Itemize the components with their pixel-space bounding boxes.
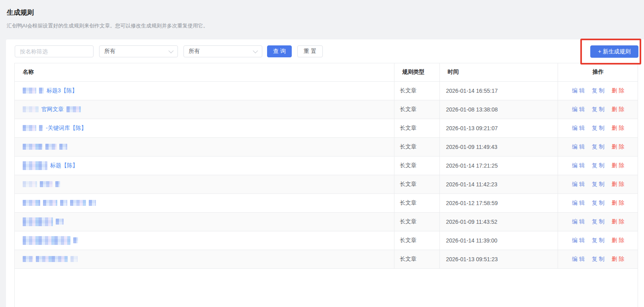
redacted-mosaic <box>23 236 70 245</box>
chevron-down-icon <box>253 48 258 53</box>
column-header-type: 规则类型 <box>394 63 439 81</box>
rule-time: 2026-01-13 09:51:23 <box>439 250 558 268</box>
copy-link[interactable]: 复 制 <box>592 237 605 243</box>
rule-name-link[interactable] <box>23 236 394 245</box>
redacted-mosaic <box>39 125 43 131</box>
rule-type: 长文章 <box>394 100 439 119</box>
delete-link[interactable]: 删 除 <box>612 162 624 168</box>
redacted-mosaic <box>40 181 53 187</box>
edit-link[interactable]: 编 辑 <box>572 143 585 150</box>
rule-type: 长文章 <box>394 194 439 212</box>
rule-name-link[interactable] <box>23 256 394 262</box>
edit-link[interactable]: 编 辑 <box>572 181 585 187</box>
table-row: 长文章 2026-01-09 11:43:52 编 辑 复 制 删 除 <box>15 212 638 231</box>
filter-select-2-value: 所有 <box>189 48 253 55</box>
rule-name-link[interactable] <box>23 144 394 150</box>
delete-link[interactable]: 删 除 <box>612 106 624 112</box>
rule-name-link[interactable]: 标题【陈】 <box>23 161 394 170</box>
edit-link[interactable]: 编 辑 <box>572 237 585 243</box>
rule-time: 2026-01-14 11:39:00 <box>439 231 558 250</box>
filter-select-1-value: 所有 <box>104 48 168 55</box>
redacted-mosaic <box>56 219 64 225</box>
edit-link[interactable]: 编 辑 <box>572 125 585 131</box>
redacted-mosaic <box>73 237 78 243</box>
redacted-mosaic <box>23 200 40 206</box>
copy-link[interactable]: 复 制 <box>592 162 605 168</box>
rule-time: 2026-01-08 13:38:08 <box>439 100 558 119</box>
copy-link[interactable]: 复 制 <box>592 199 605 206</box>
delete-link[interactable]: 删 除 <box>612 143 624 150</box>
edit-link[interactable]: 编 辑 <box>572 87 585 94</box>
rule-name-link[interactable] <box>23 181 394 187</box>
delete-link[interactable]: 删 除 <box>612 199 624 206</box>
copy-link[interactable]: 复 制 <box>592 106 605 112</box>
redacted-mosaic <box>45 144 57 150</box>
rule-type: 长文章 <box>394 231 439 250</box>
rule-time: 2026-01-14 11:42:23 <box>439 175 558 194</box>
delete-link[interactable]: 删 除 <box>612 218 624 225</box>
rule-type: 长文章 <box>394 137 439 156</box>
table-row: 长文章 2026-01-13 09:51:23 编 辑 复 制 删 除 <box>15 250 638 268</box>
rule-type: 长文章 <box>394 81 439 100</box>
rule-name-link[interactable] <box>23 200 394 206</box>
delete-link[interactable]: 删 除 <box>612 181 624 187</box>
rules-table-body: 标题3【陈】 长文章 2026-01-14 16:55:17 编 辑 复 制 删… <box>15 81 638 268</box>
delete-link[interactable]: 删 除 <box>612 125 624 131</box>
redacted-mosaic <box>23 161 47 170</box>
rule-time: 2026-01-13 09:21:07 <box>439 119 558 137</box>
edit-link[interactable]: 编 辑 <box>572 256 585 262</box>
rule-name-link[interactable]: -关键词库【陈】 <box>23 125 394 132</box>
redacted-mosaic <box>36 256 68 262</box>
edit-link[interactable]: 编 辑 <box>572 218 585 225</box>
copy-link[interactable]: 复 制 <box>592 218 605 225</box>
edit-link[interactable]: 编 辑 <box>572 162 585 168</box>
chevron-down-icon <box>168 48 174 53</box>
name-filter-input[interactable] <box>15 45 94 57</box>
redacted-mosaic <box>43 200 57 206</box>
table-row: 官网文章 长文章 2026-01-08 13:38:08 编 辑 复 制 删 除 <box>15 100 638 119</box>
rule-type: 长文章 <box>394 250 439 268</box>
table-header-row: 名称 规则类型 时间 操作 <box>15 63 638 81</box>
reset-button[interactable]: 重 置 <box>297 45 323 57</box>
redacted-mosaic <box>23 88 36 94</box>
column-header-time: 时间 <box>439 63 558 81</box>
copy-link[interactable]: 复 制 <box>592 143 605 150</box>
redacted-mosaic <box>23 106 39 112</box>
query-button[interactable]: 查 询 <box>267 45 292 57</box>
table-row: 长文章 2026-01-09 11:49:43 编 辑 复 制 删 除 <box>15 137 638 156</box>
filter-select-1[interactable]: 所有 <box>99 45 178 57</box>
rule-time: 2026-01-09 11:43:52 <box>439 212 558 231</box>
rule-time: 2026-01-14 17:21:25 <box>439 156 558 175</box>
redacted-mosaic <box>23 256 33 262</box>
redacted-mosaic <box>23 144 43 150</box>
copy-link[interactable]: 复 制 <box>592 256 605 262</box>
redacted-mosaic <box>70 200 86 206</box>
table-row: 长文章 2026-01-14 11:39:00 编 辑 复 制 删 除 <box>15 231 638 250</box>
filter-select-2[interactable]: 所有 <box>183 45 262 57</box>
edit-link[interactable]: 编 辑 <box>572 106 585 112</box>
redacted-mosaic <box>89 200 96 206</box>
copy-link[interactable]: 复 制 <box>592 87 605 94</box>
copy-link[interactable]: 复 制 <box>592 181 605 187</box>
redacted-mosaic <box>59 144 67 150</box>
redacted-mosaic <box>39 88 44 94</box>
redacted-mosaic <box>55 181 60 187</box>
table-row: -关键词库【陈】 长文章 2026-01-13 09:21:07 编 辑 复 制… <box>15 119 638 137</box>
copy-link[interactable]: 复 制 <box>592 125 605 131</box>
column-header-actions: 操作 <box>558 63 638 81</box>
new-rule-button[interactable]: + 新生成规则 <box>590 45 638 58</box>
rules-table: 名称 规则类型 时间 操作 标题3【陈】 长文章 2026-01-14 16:5… <box>14 63 638 307</box>
rule-name-link[interactable]: 官网文章 <box>23 106 394 113</box>
redacted-mosaic <box>23 181 37 187</box>
rule-name-link[interactable] <box>23 217 394 226</box>
rule-name-link[interactable]: 标题3【陈】 <box>23 87 394 94</box>
delete-link[interactable]: 删 除 <box>612 237 624 243</box>
rule-time: 2026-01-12 17:58:59 <box>439 194 558 212</box>
delete-link[interactable]: 删 除 <box>612 87 624 94</box>
delete-link[interactable]: 删 除 <box>612 256 624 262</box>
table-row: 长文章 2026-01-12 17:58:59 编 辑 复 制 删 除 <box>15 194 638 212</box>
redacted-mosaic <box>23 125 36 131</box>
rule-time: 2026-01-14 16:55:17 <box>439 81 558 100</box>
rule-type: 长文章 <box>394 119 439 137</box>
edit-link[interactable]: 编 辑 <box>572 199 585 206</box>
